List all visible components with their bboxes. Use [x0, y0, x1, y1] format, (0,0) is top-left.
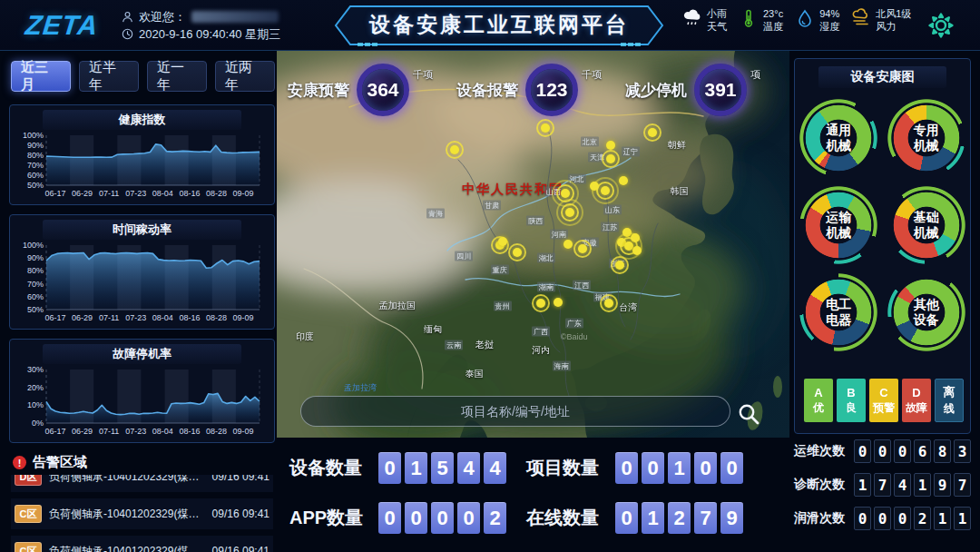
health-gauge-0[interactable]: 通用机械 — [805, 104, 872, 172]
map-country-label: 朝鲜 — [668, 139, 686, 152]
side-counters: 运维次数000683诊断次数174197润滑次数000211 — [794, 439, 974, 530]
alert-level-badge: C区 — [15, 542, 42, 552]
digit: 2 — [484, 502, 506, 534]
top-header: ZETA 欢迎您： 2020-9-16 09:40:40 星期三 设备安康工业互… — [0, 0, 980, 51]
counter-label: APP数量 — [289, 506, 368, 530]
svg-text:20%: 20% — [27, 383, 44, 392]
svg-text:08-16: 08-16 — [179, 189, 200, 198]
digit: 0 — [894, 439, 911, 463]
settings-gear-icon[interactable] — [926, 10, 956, 41]
side-counter-label: 诊断次数 — [794, 477, 847, 493]
project-marker[interactable] — [498, 237, 507, 246]
counter-row: APP数量00002在线数量01279 — [289, 502, 789, 534]
project-marker[interactable] — [615, 261, 624, 270]
gauge-label: 专用机械 — [893, 104, 960, 172]
project-marker[interactable] — [632, 246, 642, 255]
alert-row[interactable]: C区负荷侧轴承-10401202329(煤气引风机电...09/16 09:41 — [11, 536, 273, 552]
alert-text: 负荷侧轴承-10401202329(煤气引风机电... — [49, 507, 205, 522]
gauge-label: 电工电器 — [805, 279, 872, 346]
alert-area-title: 告警区域 — [33, 454, 87, 471]
side-counter-row: 诊断次数174197 — [794, 473, 974, 497]
project-marker[interactable] — [561, 189, 570, 198]
map-province-label: 湖北 — [537, 252, 555, 262]
digit-boxes: 174197 — [854, 473, 971, 497]
alert-time: 09/16 09:41 — [212, 545, 270, 552]
title-frame: 设备安康工业互联网平台 — [334, 5, 664, 47]
digit: 1 — [405, 452, 427, 484]
project-marker[interactable] — [604, 299, 613, 308]
alert-row[interactable]: D区负荷侧轴承-10401202329(煤气引风机电...09/16 09:41 — [11, 475, 273, 492]
legend-badge: C预警 — [869, 379, 898, 422]
chart-title: 故障停机率 — [43, 344, 241, 364]
humidity-icon — [795, 8, 815, 32]
health-gauge-1[interactable]: 专用机械 — [893, 104, 960, 172]
thermometer-icon — [739, 8, 759, 32]
filter-btn-2[interactable]: 近一年 — [147, 61, 207, 92]
kpi-stat-2: 减少停机391项 — [625, 64, 760, 116]
health-gauge-4[interactable]: 电工电器 — [805, 279, 872, 346]
gauge-label: 其他设备 — [893, 279, 960, 346]
health-gauge-2[interactable]: 运输机械 — [805, 192, 872, 259]
digit: 0 — [854, 439, 871, 463]
map-country-label: 缅甸 — [424, 323, 442, 336]
filter-btn-1[interactable]: 近半年 — [79, 61, 139, 92]
project-marker[interactable] — [536, 299, 545, 308]
weather-item: 北风1级风力 — [851, 7, 911, 33]
digit: 4 — [457, 452, 480, 484]
svg-text:09-09: 09-09 — [232, 189, 253, 198]
digit: 3 — [954, 439, 971, 463]
kpi-unit: 千项 — [582, 68, 602, 82]
gauge-label: 运输机械 — [805, 192, 872, 259]
digit: 0 — [615, 452, 638, 484]
svg-text:06-29: 06-29 — [72, 427, 93, 436]
search-input[interactable] — [301, 397, 730, 426]
project-marker[interactable] — [554, 298, 563, 307]
china-map[interactable]: 安康预警364千项设备报警123千项减少停机391项 中华人民共和国朝鲜韩国孟加… — [277, 51, 789, 438]
device-health-title: 设备安康图 — [818, 66, 946, 88]
alert-row[interactable]: C区负荷侧轴承-10401202329(煤气引风机电...09/16 09:41 — [11, 498, 273, 529]
digit-boxes: 01279 — [615, 502, 743, 534]
project-marker[interactable] — [578, 244, 587, 253]
map-province-label: 四川 — [455, 251, 473, 261]
digit: 0 — [378, 502, 401, 534]
map-country-label: 台湾 — [619, 301, 637, 314]
digit: 0 — [642, 452, 664, 484]
svg-text:08-28: 08-28 — [206, 313, 227, 322]
map-province-label: 海南 — [553, 361, 571, 371]
project-marker[interactable] — [565, 208, 574, 217]
filter-btn-0[interactable]: 近三月 — [11, 61, 71, 92]
rain-cloud-icon — [682, 8, 702, 32]
alert-list[interactable]: D区负荷侧轴承-10401202329(煤气引风机电...09/16 09:41… — [9, 475, 275, 552]
clock-icon — [122, 28, 133, 40]
map-country-label: 老挝 — [475, 339, 494, 351]
health-gauge-3[interactable]: 基础机械 — [893, 192, 960, 259]
health-gauge-5[interactable]: 其他设备 — [893, 279, 960, 346]
digit: 0 — [874, 507, 891, 530]
project-marker[interactable] — [450, 145, 459, 154]
svg-text:07-23: 07-23 — [125, 189, 146, 198]
project-marker[interactable] — [606, 154, 615, 163]
map-country-label: 泰国 — [466, 368, 484, 380]
side-counter-row: 润滑次数000211 — [794, 507, 974, 530]
project-marker[interactable] — [541, 123, 550, 133]
counter-label: 项目数量 — [526, 456, 604, 480]
alert-level-badge: D区 — [15, 475, 42, 486]
health-index-chart: 100%90%80%70%60%50%06-1706-2907-1107-230… — [15, 130, 267, 199]
alert-area-header: ! 告警区域 — [13, 454, 275, 471]
map-country-label: 韩国 — [671, 185, 689, 198]
digit: 8 — [934, 439, 951, 463]
kpi-label: 设备报警 — [456, 80, 518, 101]
svg-text:100%: 100% — [23, 131, 44, 140]
project-marker[interactable] — [601, 186, 610, 195]
digit: 0 — [854, 507, 871, 530]
project-marker[interactable] — [648, 128, 657, 137]
counter-label: 在线数量 — [526, 506, 604, 530]
alert-time: 09/16 09:41 — [212, 508, 270, 520]
digit: 0 — [457, 502, 480, 534]
project-marker[interactable] — [619, 176, 628, 185]
project-marker[interactable] — [564, 240, 573, 249]
filter-btn-3[interactable]: 近两年 — [215, 61, 275, 92]
search-icon[interactable] — [737, 402, 760, 426]
project-marker[interactable] — [513, 248, 522, 257]
svg-text:0%: 0% — [32, 419, 44, 428]
